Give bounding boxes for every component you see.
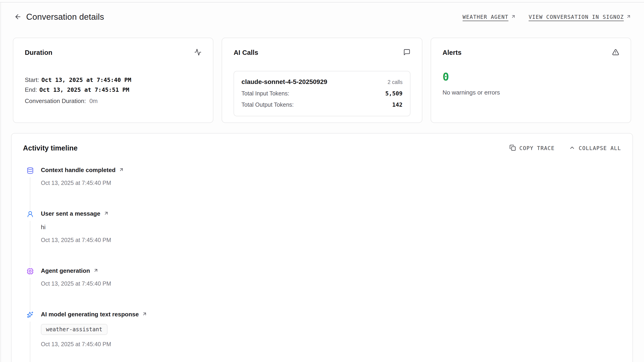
header-links: WEATHER AGENT VIEW CONVERSATION IN SIGNO… (462, 14, 631, 20)
collapse-all-button[interactable]: COLLAPSE ALL (569, 145, 621, 152)
weather-agent-link-label: WEATHER AGENT (462, 14, 508, 20)
timeline-connector (30, 278, 30, 311)
copy-icon (510, 145, 516, 152)
alerts-card: Alerts 0 No warnings or errors (431, 38, 631, 123)
database-icon (27, 167, 34, 174)
timeline-event-content: User sent a message hiOct 13, 2025 at 7:… (41, 210, 111, 267)
input-tokens-value: 5,509 (385, 90, 402, 97)
copy-trace-label: COPY TRACE (519, 145, 554, 151)
timeline-event-body: hi (41, 224, 111, 231)
timeline-event: Agent generation Oct 13, 2025 at 7:45:40… (25, 267, 621, 311)
user-icon (27, 211, 34, 218)
output-tokens-label: Total Output Tokens: (242, 101, 294, 108)
output-tokens-value: 142 (392, 101, 402, 108)
end-value: Oct 13, 2025 at 7:45:51 PM (40, 85, 129, 95)
timeline-connector (30, 177, 30, 210)
model-usage-card: claude-sonnet-4-5-20250929 2 calls Total… (234, 71, 410, 116)
timeline-rail (25, 267, 35, 311)
weather-agent-link[interactable]: WEATHER AGENT (462, 14, 516, 20)
timeline-connector (30, 322, 30, 362)
timeline-event-badge: weather-assistant (41, 324, 108, 335)
timeline-event-link[interactable]: Agent generation (41, 267, 111, 274)
arrow-up-right-icon (93, 268, 98, 274)
timeline-connector (30, 221, 30, 267)
conversation-duration-label: Conversation Duration: (25, 98, 86, 104)
top-divider (0, 2, 644, 2)
collapse-all-label: COLLAPSE ALL (579, 145, 621, 151)
timeline-list: Context handle completed Oct 13, 2025 at… (23, 167, 621, 362)
conversation-details-page: Conversation details WEATHER AGENT VIEW … (0, 12, 644, 362)
timeline-event-timestamp: Oct 13, 2025 at 7:45:40 PM (41, 341, 147, 348)
timeline-event-link[interactable]: Context handle completed (41, 167, 124, 174)
ai-calls-card-title: AI Calls (234, 49, 258, 56)
arrow-up-right-icon (626, 14, 631, 20)
timeline-event-timestamp: Oct 13, 2025 at 7:45:40 PM (41, 280, 111, 287)
back-button[interactable] (13, 12, 23, 22)
start-label: Start: (25, 75, 39, 85)
timeline-event: AI model generating text response weathe… (25, 311, 621, 362)
activity-icon (194, 49, 202, 57)
end-label: End: (25, 85, 37, 95)
timeline-event-content: Agent generation Oct 13, 2025 at 7:45:40… (41, 267, 111, 311)
page-header: Conversation details WEATHER AGENT VIEW … (11, 12, 633, 22)
message-square-icon (403, 49, 410, 57)
ai-calls-card: AI Calls claude-sonnet-4-5-20250929 2 ca… (222, 38, 422, 123)
timeline-rail (25, 210, 35, 267)
alerts-count: 0 (442, 71, 619, 82)
alerts-message: No warnings or errors (442, 89, 619, 96)
timeline-event-content: Context handle completed Oct 13, 2025 at… (41, 167, 124, 210)
arrow-up-right-icon (119, 167, 124, 173)
timeline-rail (25, 311, 35, 362)
chevron-up-icon (569, 145, 575, 152)
arrow-up-right-icon (511, 14, 516, 20)
arrow-up-right-icon (104, 211, 109, 217)
copy-trace-button[interactable]: COPY TRACE (510, 145, 554, 152)
start-value: Oct 13, 2025 at 7:45:40 PM (41, 75, 131, 85)
timeline-event-title: AI model generating text response (41, 311, 139, 318)
cpu-icon (27, 268, 34, 275)
timeline-event-title: Context handle completed (41, 167, 116, 174)
timeline-event: Context handle completed Oct 13, 2025 at… (25, 167, 621, 210)
duration-card-title: Duration (25, 49, 52, 56)
arrow-up-right-icon (142, 311, 147, 318)
activity-timeline-card: Activity timeline COPY TRACE COLLAPSE AL… (11, 133, 633, 362)
arrow-left-icon (14, 13, 22, 21)
timeline-event-title: User sent a message (41, 210, 100, 217)
page-title: Conversation details (26, 12, 104, 22)
alerts-card-title: Alerts (442, 49, 462, 56)
model-name: claude-sonnet-4-5-20250929 (242, 78, 327, 86)
timeline-actions: COPY TRACE COLLAPSE ALL (510, 145, 621, 152)
activity-timeline-title: Activity timeline (23, 144, 78, 152)
sparkles-icon (27, 311, 34, 318)
timeline-event-link[interactable]: AI model generating text response (41, 311, 147, 318)
duration-card: Duration Start: Oct 13, 2025 at 7:45:40 … (13, 38, 213, 123)
summary-cards: Duration Start: Oct 13, 2025 at 7:45:40 … (11, 38, 633, 123)
timeline-event-title: Agent generation (41, 267, 90, 274)
timeline-event-content: AI model generating text response weathe… (41, 311, 147, 362)
timeline-event: User sent a message hiOct 13, 2025 at 7:… (25, 210, 621, 267)
timeline-event-link[interactable]: User sent a message (41, 210, 111, 217)
timeline-event-timestamp: Oct 13, 2025 at 7:45:40 PM (41, 237, 111, 243)
timeline-event-timestamp: Oct 13, 2025 at 7:45:40 PM (41, 180, 124, 186)
timeline-rail (25, 167, 35, 210)
input-tokens-label: Total Input Tokens: (242, 90, 289, 97)
model-call-count: 2 calls (388, 79, 402, 85)
triangle-alert-icon (612, 49, 619, 57)
conversation-duration-value: 0m (89, 98, 98, 104)
signoz-link-label: VIEW CONVERSATION IN SIGNOZ (529, 14, 624, 20)
view-conversation-in-signoz-link[interactable]: VIEW CONVERSATION IN SIGNOZ (529, 14, 631, 20)
